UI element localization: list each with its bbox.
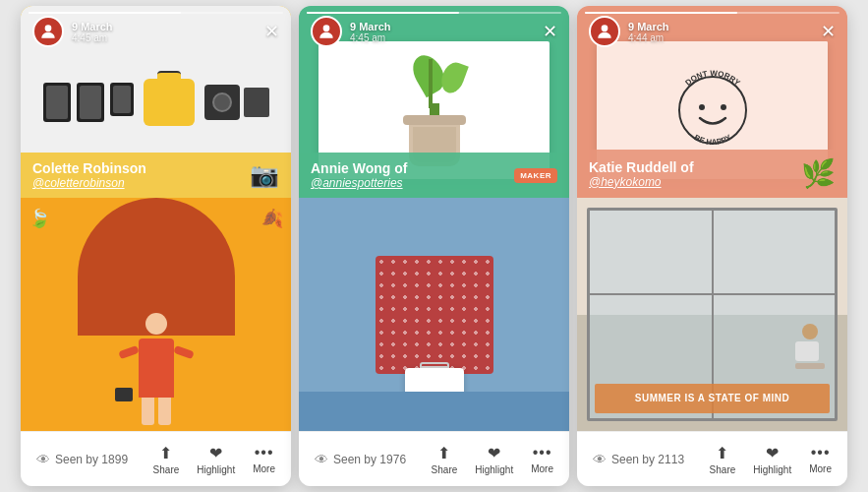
story-card-2: 9 March 4:45 am ✕ bbox=[299, 6, 569, 486]
more-icon-3: ••• bbox=[811, 444, 831, 461]
more-action-2[interactable]: ••• More bbox=[531, 444, 553, 474]
name-text-1: Colette Robinson @coletterobinson bbox=[32, 160, 146, 190]
bottom-image-3: SUMMER IS A STATE OF MIND bbox=[577, 198, 847, 431]
svg-point-6 bbox=[699, 104, 705, 110]
story-toolbar-3: 👁 Seen by 2113 ⬆ Share ❤ Highlight ••• M… bbox=[577, 431, 847, 486]
toolbar-actions-2: ⬆ Share ❤ Highlight ••• More bbox=[432, 444, 553, 475]
header-info-3: 9 March 4:44 am bbox=[628, 21, 813, 43]
share-action-1[interactable]: ⬆ Share bbox=[153, 444, 180, 475]
header-time-2: 4:45 am bbox=[350, 32, 535, 43]
more-action-3[interactable]: ••• More bbox=[809, 444, 832, 474]
name-text-2: Annie Wong of @anniespotteries bbox=[311, 160, 408, 190]
maker-sticker: MAKER bbox=[514, 168, 557, 183]
more-icon-1: ••• bbox=[255, 444, 274, 461]
highlight-action-2[interactable]: ❤ Highlight bbox=[475, 444, 513, 475]
flash-icon-2 bbox=[77, 83, 104, 122]
seen-count-area-3: 👁 Seen by 2113 bbox=[593, 452, 684, 467]
eye-icon-3: 👁 bbox=[593, 452, 607, 467]
header-date-1: 9 March bbox=[72, 21, 257, 32]
svg-point-1 bbox=[323, 25, 330, 31]
plant-container bbox=[395, 54, 474, 166]
highlight-action-3[interactable]: ❤ Highlight bbox=[753, 444, 791, 475]
header-date-2: 9 March bbox=[350, 21, 535, 32]
bottom-image-1: 🍃 🍂 bbox=[21, 198, 291, 431]
close-button-2[interactable]: ✕ bbox=[543, 23, 557, 40]
eye-icon-1: 👁 bbox=[36, 452, 50, 467]
flash-icon-1 bbox=[43, 83, 71, 122]
plant-leaves bbox=[395, 54, 474, 123]
lens bbox=[244, 88, 269, 117]
yellow-bag bbox=[144, 79, 195, 126]
summer-text: SUMMER IS A STATE OF MIND bbox=[595, 384, 830, 413]
header-info-2: 9 March 4:45 am bbox=[350, 21, 535, 43]
arc-text-circle: DONT WORRY BE HAPPY bbox=[659, 56, 767, 164]
name-text-3: Katie Ruddell of @heykokomo bbox=[589, 159, 694, 189]
vines: 🍃 🍂 bbox=[21, 208, 291, 229]
avatar-2 bbox=[311, 16, 342, 47]
highlight-icon-1: ❤ bbox=[209, 444, 222, 462]
share-icon-2: ⬆ bbox=[437, 444, 450, 462]
share-action-3[interactable]: ⬆ Share bbox=[710, 444, 736, 475]
highlight-action-1[interactable]: ❤ Highlight bbox=[197, 444, 235, 475]
bottom-image-2 bbox=[299, 198, 569, 431]
highlight-icon-3: ❤ bbox=[766, 444, 779, 462]
progress-fill-2 bbox=[307, 12, 459, 14]
arc-svg: DONT WORRY BE HAPPY bbox=[659, 56, 767, 164]
jeans-bg bbox=[299, 392, 569, 431]
close-button-3[interactable]: ✕ bbox=[821, 23, 836, 40]
progress-bar-3 bbox=[585, 12, 839, 14]
share-icon-1: ⬆ bbox=[159, 444, 172, 462]
hand-camera bbox=[115, 388, 133, 401]
seen-count-2: Seen by 1976 bbox=[333, 453, 406, 466]
svg-point-2 bbox=[602, 25, 608, 31]
flash-icon-3 bbox=[110, 83, 134, 116]
leaf-sticker-3: 🌿 bbox=[801, 157, 836, 190]
toolbar-actions-1: ⬆ Share ❤ Highlight ••• More bbox=[153, 444, 275, 475]
avatar-1 bbox=[32, 16, 64, 47]
story-content-3: DONT WORRY BE HAPPY bbox=[577, 6, 847, 431]
window: SUMMER IS A STATE OF MIND bbox=[587, 208, 838, 421]
person-silhouette bbox=[117, 313, 196, 431]
progress-fill-3 bbox=[585, 12, 737, 14]
svg-point-0 bbox=[45, 25, 52, 31]
seen-count-area-1: 👁 Seen by 1899 bbox=[36, 452, 128, 467]
share-action-2[interactable]: ⬆ Share bbox=[432, 444, 458, 475]
seen-count-3: Seen by 2113 bbox=[611, 453, 684, 466]
eye-icon-2: 👁 bbox=[315, 452, 328, 467]
progress-bar-1 bbox=[29, 12, 283, 14]
share-icon-3: ⬆ bbox=[716, 444, 728, 462]
header-info-1: 9 March 4:45 am bbox=[72, 21, 257, 43]
progress-fill-1 bbox=[29, 12, 181, 14]
story-card-1: 9 March 4:45 am ✕ bbox=[21, 6, 291, 486]
camera-body bbox=[204, 85, 240, 120]
avatar-3 bbox=[589, 16, 620, 47]
seen-count-area-2: 👁 Seen by 1976 bbox=[315, 452, 406, 467]
more-icon-2: ••• bbox=[533, 444, 552, 461]
story-toolbar-2: 👁 Seen by 1976 ⬆ Share ❤ Highlight ••• M… bbox=[299, 431, 569, 486]
svg-point-7 bbox=[721, 104, 726, 110]
close-button-1[interactable]: ✕ bbox=[264, 23, 279, 40]
story-toolbar-1: 👁 Seen by 1899 ⬆ Share ❤ Highlight ••• M… bbox=[21, 431, 291, 486]
story-content-2: Annie Wong of @anniespotteries MAKER bbox=[299, 6, 569, 431]
header-time-3: 4:44 am bbox=[628, 32, 813, 43]
sitting-person bbox=[795, 324, 825, 369]
progress-bar-2 bbox=[307, 12, 561, 14]
highlight-icon-2: ❤ bbox=[488, 444, 500, 462]
seen-count-1: Seen by 1899 bbox=[55, 453, 128, 466]
toolbar-actions-3: ⬆ Share ❤ Highlight ••• More bbox=[710, 444, 832, 475]
more-action-1[interactable]: ••• More bbox=[253, 444, 275, 474]
camera-sticker-1: 📷 bbox=[250, 161, 279, 189]
story-content-1: Colette Robinson @coletterobinson 📷 🍃 bbox=[21, 6, 291, 431]
header-time-1: 4:45 am bbox=[72, 32, 257, 43]
header-date-3: 9 March bbox=[628, 21, 813, 32]
svg-point-5 bbox=[679, 77, 746, 144]
story-card-3: 9 March 4:44 am ✕ bbox=[577, 6, 847, 486]
